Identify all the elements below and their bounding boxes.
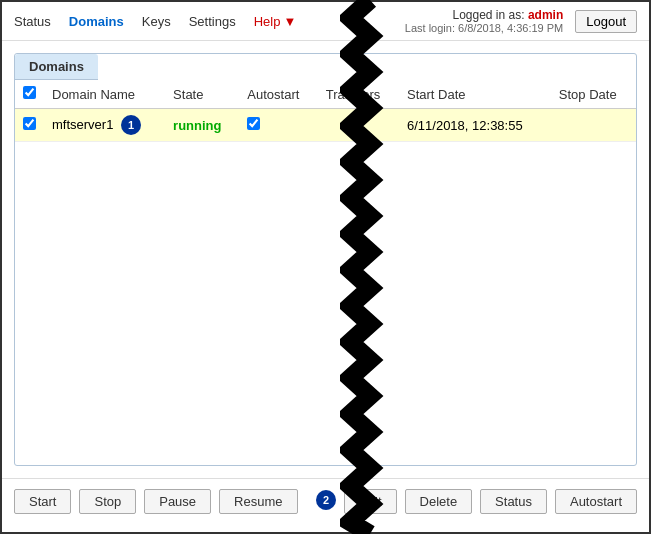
main-content: Domains Domain Name State Autostart Tran… [2,41,649,478]
footer-toolbar: Start Stop Pause Resume 2 Edit Delete St… [2,478,649,524]
nav-help[interactable]: Help ▼ [254,14,297,29]
nav-settings[interactable]: Settings [189,14,236,29]
nav-domains[interactable]: Domains [69,14,124,29]
row-domain-name: mftserver1 1 [44,109,165,142]
last-login-value: 6/8/2018, 4:36:19 PM [458,22,563,34]
nav-help-label: Help [254,14,281,29]
row-transfers [318,109,399,142]
col-stop-date: Stop Date [551,80,636,109]
status-button[interactable]: Status [480,489,547,514]
col-transfers: Transfers [318,80,399,109]
header-right: Logged in as: admin Last login: 6/8/2018… [405,8,637,34]
table-row[interactable]: mftserver1 1 running 6/11/2018, 12:38:55 [15,109,636,142]
edit-button[interactable]: Edit [344,489,396,514]
nav-links: Status Domains Keys Settings Help ▼ [14,14,296,29]
col-state: State [165,80,239,109]
nav-status[interactable]: Status [14,14,51,29]
resume-button[interactable]: Resume [219,489,297,514]
domain-name-text: mftserver1 [52,117,113,132]
admin-username: admin [528,8,563,22]
autostart-checkbox[interactable] [247,117,260,130]
last-login-label: Last login: [405,22,455,34]
row-start-date: 6/11/2018, 12:38:55 [399,109,551,142]
start-button[interactable]: Start [14,489,71,514]
row-stop-date [551,109,636,142]
delete-button[interactable]: Delete [405,489,473,514]
domain-badge: 1 [121,115,141,135]
logout-button[interactable]: Logout [575,10,637,33]
action-badge: 2 [316,490,336,510]
chevron-down-icon: ▼ [283,14,296,29]
row-state: running [165,109,239,142]
header: Status Domains Keys Settings Help ▼ Logg… [2,2,649,41]
select-all-checkbox[interactable] [23,86,36,99]
col-start-date: Start Date [399,80,551,109]
panel-tab[interactable]: Domains [15,54,98,80]
stop-button[interactable]: Stop [79,489,136,514]
pause-button[interactable]: Pause [144,489,211,514]
login-info: Logged in as: admin Last login: 6/8/2018… [405,8,563,34]
col-domain-name: Domain Name [44,80,165,109]
nav-keys[interactable]: Keys [142,14,171,29]
logged-in-label: Logged in as: [452,8,524,22]
row-autostart [239,109,317,142]
domains-table: Domain Name State Autostart Transfers St… [15,80,636,142]
row-checkbox-cell [15,109,44,142]
row-checkbox[interactable] [23,117,36,130]
col-autostart: Autostart [239,80,317,109]
domains-panel: Domains Domain Name State Autostart Tran… [14,53,637,466]
col-checkbox [15,80,44,109]
autostart-button[interactable]: Autostart [555,489,637,514]
